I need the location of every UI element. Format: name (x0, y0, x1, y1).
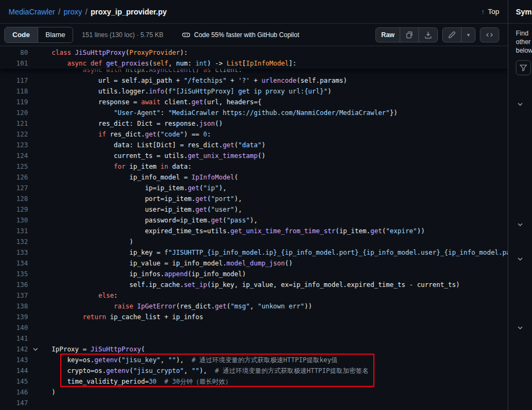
copy-raw-button[interactable] (400, 28, 418, 42)
code-text: port=ip_item.get("port"), (52, 193, 242, 204)
code-text: IpProxy = JiSuHttpProxy( (52, 344, 145, 355)
symbol-collapse-chevron[interactable] (517, 220, 523, 230)
line-number[interactable]: 125 (0, 161, 28, 172)
gutter-spacer (28, 47, 43, 58)
line-number[interactable]: 134 (0, 258, 28, 269)
code-text: ip_infos.append(ip_info_model) (52, 269, 246, 279)
line-number[interactable]: 137 (0, 290, 28, 301)
line-number[interactable]: 101 (0, 58, 28, 69)
symbol-collapse-chevron[interactable] (517, 100, 523, 110)
line-number[interactable]: 122 (0, 129, 28, 140)
copilot-banner[interactable]: Code 55% faster with GitHub Copilot (182, 31, 299, 39)
line-number[interactable]: 133 (0, 247, 28, 258)
line-number[interactable]: 124 (0, 150, 28, 161)
line-number[interactable]: 80 (0, 47, 28, 58)
code-line: 145 time_validity_period=30 # 30分钟（最长时效） (0, 376, 508, 387)
gutter-spacer (28, 215, 43, 226)
gutter-spacer (28, 140, 43, 150)
line-number[interactable]: 119 (0, 97, 28, 107)
code-text: ) (52, 387, 55, 398)
code-line: 135 ip_infos.append(ip_info_model) (0, 269, 508, 279)
line-number[interactable]: 126 (0, 172, 28, 183)
breadcrumb-repo-link[interactable]: MediaCrawler (9, 8, 55, 16)
code-line: 131 expired_time_ts=utils.get_unix_time_… (0, 226, 508, 236)
code-line: 123 data: List[Dict] = res_dict.get("dat… (0, 140, 508, 150)
breadcrumb-folder-link[interactable]: proxy (63, 8, 82, 16)
description-fragment: other (516, 38, 532, 46)
gutter-spacer (28, 333, 43, 344)
gutter-spacer (28, 58, 43, 69)
line-number[interactable]: 128 (0, 193, 28, 204)
code-line: 143 key=os.getenv("jisu_key", ""), # 通过环… (0, 355, 508, 365)
symbols-panel-title: Sym (508, 0, 532, 24)
symbols-toggle-group (480, 27, 499, 42)
line-number[interactable]: 145 (0, 376, 28, 387)
line-number[interactable]: 130 (0, 215, 28, 226)
gutter-spacer (28, 107, 43, 118)
edit-file-button[interactable] (443, 28, 461, 42)
code-text: password=ip_item.get("pass"), (52, 215, 258, 226)
gutter-spacer (28, 86, 43, 97)
line-number[interactable]: 129 (0, 204, 28, 215)
code-line: 80class JiSuHttpProxy(ProxyProvider): (0, 47, 508, 58)
line-number[interactable]: 143 (0, 355, 28, 365)
code-symbol-icon (486, 31, 493, 39)
line-number[interactable]: 127 (0, 183, 28, 193)
edit-dropdown-button[interactable]: ▾ (461, 28, 475, 42)
line-number[interactable]: 146 (0, 387, 28, 398)
gutter-spacer (28, 75, 43, 86)
clipped-line-container: 116 async with httpx.AsyncClient() as cl… (0, 69, 508, 75)
line-number[interactable]: 131 (0, 226, 28, 236)
code-line: 122 if res_dict.get("code") == 0: (0, 129, 508, 140)
gutter-spacer (28, 204, 43, 215)
filter-symbols-button[interactable] (516, 60, 531, 75)
line-number[interactable]: 142 (0, 344, 28, 355)
download-icon (424, 31, 432, 39)
line-number[interactable]: 117 (0, 75, 28, 86)
code-line: 146) (0, 387, 508, 398)
code-text: async def get_proxies(self, num: int) ->… (52, 58, 296, 69)
symbol-collapse-chevron[interactable] (517, 323, 523, 333)
code-line: 142IpProxy = JiSuHttpProxy( (0, 344, 508, 355)
line-number[interactable]: 139 (0, 312, 28, 322)
line-number[interactable]: 121 (0, 118, 28, 129)
symbols-panel-toggle-button[interactable] (480, 28, 499, 42)
code-line: 120 "User-Agent": "MediaCrawler https://… (0, 107, 508, 118)
code-line: 124 current_ts = utils.get_unix_timestam… (0, 150, 508, 161)
gutter-spacer (28, 97, 43, 107)
line-number[interactable]: 147 (0, 398, 28, 408)
line-number[interactable]: 118 (0, 86, 28, 97)
code-text: if res_dict.get("code") == 0: (52, 129, 211, 140)
breadcrumb: MediaCrawler / proxy / proxy_ip_provider… (9, 8, 167, 16)
line-number[interactable]: 135 (0, 269, 28, 279)
breadcrumb-filename: proxy_ip_provider.py (90, 8, 167, 16)
line-number[interactable]: 138 (0, 301, 28, 312)
line-number[interactable]: 136 (0, 279, 28, 290)
gutter-spacer (28, 247, 43, 258)
code-text: else: (52, 290, 118, 301)
line-number[interactable]: 120 (0, 107, 28, 118)
line-number[interactable]: 144 (0, 365, 28, 376)
back-to-top-button[interactable]: ↑ Top (481, 8, 499, 16)
download-raw-button[interactable] (418, 28, 437, 42)
line-number[interactable]: 140 (0, 322, 28, 333)
code-text: "User-Agent": "MediaCrawler https://gith… (52, 107, 398, 118)
line-number[interactable]: 123 (0, 140, 28, 150)
sticky-context-lines: 80class JiSuHttpProxy(ProxyProvider):101… (0, 47, 508, 69)
gutter-spacer (28, 279, 43, 290)
code-line: 141 (0, 333, 508, 344)
symbol-collapse-chevron[interactable] (517, 255, 523, 264)
code-line: 101 async def get_proxies(self, num: int… (0, 58, 508, 69)
code-line: 137 else: (0, 290, 508, 301)
code-line: 118 utils.logger.info(f"[JiSuHttpProxy] … (0, 86, 508, 97)
tab-code[interactable]: Code (5, 27, 38, 42)
code-text: crypto=os.getenv("jisu_crypto", ""), # 通… (52, 365, 368, 376)
gutter-spacer (28, 290, 43, 301)
tab-blame[interactable]: Blame (38, 27, 73, 42)
code-text: current_ts = utils.get_unix_timestamp() (52, 150, 265, 161)
raw-button[interactable]: Raw (376, 28, 400, 42)
line-number[interactable]: 141 (0, 333, 28, 344)
fold-chevron-icon[interactable] (28, 344, 43, 355)
line-number[interactable]: 132 (0, 236, 28, 247)
code-text: url = self.api_path + "/fetchips" + '?' … (52, 75, 347, 86)
